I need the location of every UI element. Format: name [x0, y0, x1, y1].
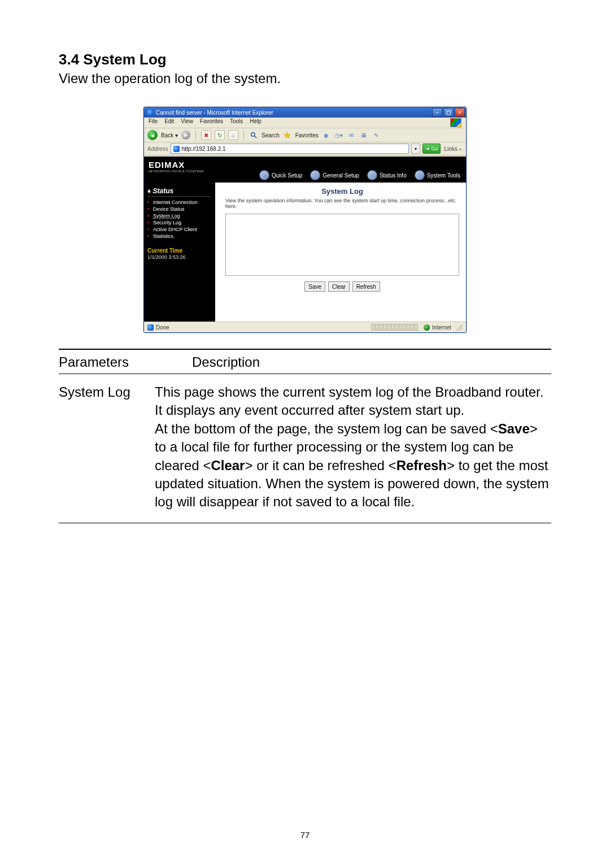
- ie-title-text: Cannot find server - Microsoft Internet …: [156, 110, 432, 116]
- go-button[interactable]: ➜ Go: [422, 144, 441, 154]
- brand-tagline: NETWORKING PEOPLE TOGETHER: [149, 170, 211, 173]
- table-header-description: Description: [155, 350, 551, 374]
- sidebar-item-device-status[interactable]: Device Status: [147, 206, 211, 212]
- sidebar-heading: ♦ Status: [147, 187, 211, 197]
- current-time-value: 1/1/2000 3:53:26: [147, 254, 211, 260]
- router-sidebar: ♦ Status Internet Connection Device Stat…: [144, 183, 215, 322]
- toolbar-separator: [195, 131, 196, 140]
- menu-help[interactable]: Help: [250, 118, 262, 127]
- page-number: 77: [0, 830, 610, 840]
- menu-view[interactable]: View: [181, 118, 193, 127]
- content-title: System Log: [225, 187, 459, 196]
- back-button-icon[interactable]: ◄: [147, 130, 158, 140]
- section-subheading: View the operation log of the system.: [59, 71, 551, 86]
- address-label: Address: [147, 146, 168, 152]
- ie-page-icon: [173, 146, 180, 152]
- resize-grip-icon: [456, 324, 463, 331]
- sidebar-item-system-log[interactable]: System Log: [147, 212, 211, 219]
- globe-icon: [415, 170, 425, 180]
- media-icon[interactable]: ◉: [322, 131, 331, 140]
- address-input[interactable]: http://192.168.2.1: [171, 144, 409, 154]
- brand-name: EDIMAX: [149, 160, 211, 170]
- tab-general-setup[interactable]: General Setup: [310, 170, 359, 180]
- search-icon[interactable]: [249, 131, 258, 140]
- status-progress: [371, 324, 418, 331]
- ie-page-icon: [147, 110, 154, 116]
- tab-status-info[interactable]: Status Info: [367, 170, 407, 180]
- table-cell-parameter: System Log: [59, 374, 155, 523]
- maximize-button[interactable]: ▢: [443, 108, 454, 117]
- address-url-text: http://192.168.2.1: [182, 146, 226, 152]
- stop-icon[interactable]: ✖: [201, 130, 211, 140]
- ie-statusbar: Done Internet: [144, 322, 466, 332]
- ie-menubar: File Edit View Favorites Tools Help: [144, 118, 466, 128]
- save-button[interactable]: [304, 281, 325, 292]
- address-dropdown-icon[interactable]: ▾: [411, 144, 420, 154]
- status-zone: Internet: [424, 324, 451, 331]
- status-zone-text: Internet: [432, 324, 451, 331]
- current-time-label: Current Time: [147, 248, 211, 254]
- windows-flag-icon: [450, 118, 461, 127]
- clear-button[interactable]: [328, 281, 350, 292]
- home-icon[interactable]: ⌂: [228, 130, 238, 140]
- favorites-star-icon[interactable]: [283, 131, 292, 140]
- history-icon[interactable]: ◷▾: [334, 131, 343, 140]
- router-content: System Log View the system operation inf…: [215, 183, 466, 322]
- svg-point-0: [251, 132, 255, 136]
- content-button-row: [225, 281, 459, 292]
- print-icon[interactable]: 🖶: [359, 131, 368, 140]
- ie-window: Cannot find server - Microsoft Internet …: [143, 107, 467, 333]
- section-heading: 3.4 System Log: [59, 51, 551, 68]
- favorites-label[interactable]: Favorites: [295, 132, 319, 138]
- brand-logo: EDIMAX NETWORKING PEOPLE TOGETHER: [144, 157, 215, 183]
- menu-favorites[interactable]: Favorites: [200, 118, 223, 127]
- menu-edit[interactable]: Edit: [164, 118, 174, 127]
- router-header: EDIMAX NETWORKING PEOPLE TOGETHER Quick …: [144, 157, 466, 183]
- ie-titlebar: Cannot find server - Microsoft Internet …: [144, 107, 466, 118]
- menu-tools[interactable]: Tools: [230, 118, 243, 127]
- tab-quick-setup[interactable]: Quick Setup: [259, 170, 302, 180]
- globe-icon: [310, 170, 320, 180]
- refresh-button[interactable]: [352, 281, 380, 292]
- sidebar-item-security-log[interactable]: Security Log: [147, 219, 211, 226]
- ie-address-row: Address http://192.168.2.1 ▾ ➜ Go Links …: [144, 142, 466, 155]
- content-description: View the system operation information. Y…: [225, 198, 459, 209]
- globe-icon: [367, 170, 377, 180]
- table-cell-description: This page shows the current system log o…: [155, 374, 551, 523]
- tab-system-tools[interactable]: System Tools: [415, 170, 460, 180]
- links-menu[interactable]: Links »: [443, 146, 463, 152]
- globe-icon: [259, 170, 269, 180]
- sidebar-item-statistics[interactable]: Statistics: [147, 233, 211, 240]
- sidebar-item-internet-connection[interactable]: Internet Connection: [147, 199, 211, 206]
- toolbar-separator: [243, 131, 244, 140]
- svg-line-1: [254, 136, 256, 138]
- sidebar-list: Internet Connection Device Status System…: [147, 199, 211, 240]
- close-button[interactable]: ×: [455, 108, 465, 117]
- svg-marker-2: [284, 132, 290, 138]
- minimize-button[interactable]: –: [432, 108, 442, 117]
- internet-zone-icon: [424, 324, 430, 331]
- system-log-textarea[interactable]: [225, 214, 459, 276]
- table-header-parameters: Parameters: [59, 350, 155, 374]
- search-label[interactable]: Search: [262, 132, 280, 138]
- sidebar-item-active-dhcp-client[interactable]: Active DHCP Client: [147, 226, 211, 233]
- ie-toolbar: ◄ Back ▾ ► ✖ ↻ ⌂ Search Favorites ◉ ◷▾ ✉…: [144, 128, 466, 142]
- mail-icon[interactable]: ✉: [347, 131, 356, 140]
- status-text: Done: [156, 324, 169, 331]
- forward-button[interactable]: ►: [181, 131, 190, 140]
- router-page: EDIMAX NETWORKING PEOPLE TOGETHER Quick …: [144, 157, 466, 322]
- edit-icon[interactable]: ✎: [372, 131, 381, 140]
- back-button-label[interactable]: Back ▾: [161, 132, 178, 138]
- menu-file[interactable]: File: [149, 118, 158, 127]
- router-tabs: Quick Setup General Setup Status Info Sy…: [215, 157, 466, 183]
- refresh-icon[interactable]: ↻: [215, 130, 225, 140]
- ie-page-icon: [147, 324, 154, 331]
- parameters-table: Parameters Description System Log This p…: [59, 349, 551, 523]
